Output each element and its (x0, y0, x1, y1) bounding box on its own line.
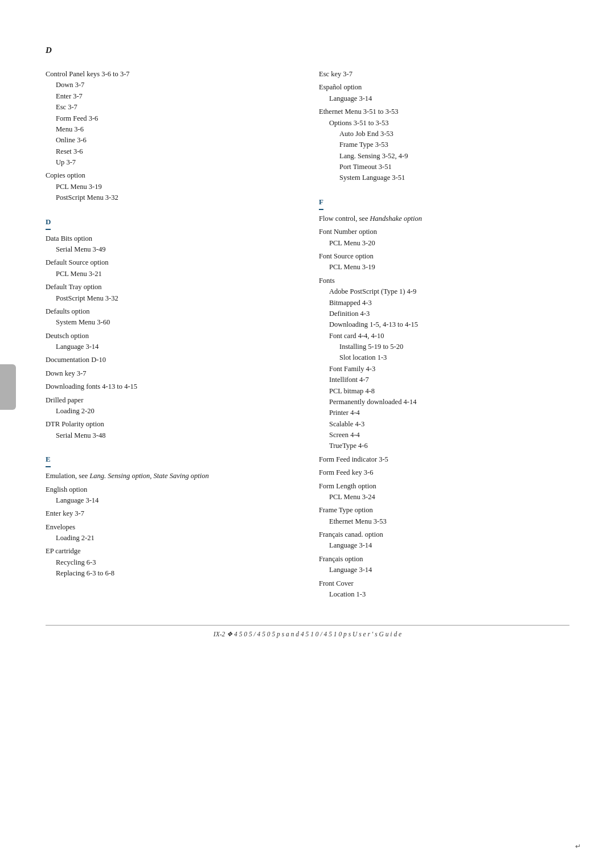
entry-sub: Ethernet Menu 3-53 (329, 516, 569, 527)
entry-title: Down key 3-7 (46, 368, 296, 379)
left-column: Control Panel keys 3-6 to 3-7 Down 3-7 E… (46, 69, 296, 602)
entry-title: Documentation D-10 (46, 355, 296, 365)
entry-sub: Language 3-14 (329, 93, 569, 104)
entry-form-feed-indicator: Form Feed indicator 3-5 (319, 454, 569, 465)
entry-frame-type: Frame Type option Ethernet Menu 3-53 (319, 505, 569, 527)
entry-sub: Font Family 4-3 (329, 364, 569, 375)
entry-down-key: Down key 3-7 (46, 368, 296, 379)
entry-sub: PCL Menu 3-24 (329, 492, 569, 503)
entry-subsub: Lang. Sensing 3-52, 4-9 (339, 151, 569, 162)
entry-control-panel-keys: Control Panel keys 3-6 to 3-7 Down 3-7 E… (46, 69, 296, 168)
entry-sub: PostScript Menu 3-32 (56, 293, 296, 304)
entry-title: Font Number option (319, 227, 569, 237)
entry-subsub: Installing 5-19 to 5-20 (339, 342, 569, 352)
entry-fonts: Fonts Adobe PostScript (Type 1) 4-9 Bitm… (319, 275, 569, 452)
entry-sub: Reset 3-6 (56, 146, 296, 157)
entry-title: Defaults option (46, 306, 296, 317)
entry-font-number: Font Number option PCL Menu 3-20 (319, 227, 569, 249)
entry-sub: Definition 4-3 (329, 308, 569, 319)
entry-sub: Replacing 6-3 to 6-8 (56, 568, 296, 579)
entry-title: Español option (319, 82, 569, 93)
entry-title: Default Source option (46, 257, 296, 268)
entry-english: English option Language 3-14 (46, 484, 296, 507)
entry-sub: Serial Menu 3-49 (56, 244, 296, 255)
entry-sub: Downloading 1-5, 4-13 to 4-15 (329, 319, 569, 330)
entry-sub: Scalable 4-3 (329, 419, 569, 430)
entry-emulation: Emulation, see Lang. Sensing option, Sta… (46, 471, 296, 482)
entry-sub: Intellifont 4-7 (329, 375, 569, 385)
entry-title: Envelopes (46, 522, 296, 533)
section-header-d: D (46, 216, 51, 230)
section-header-f: F (319, 196, 323, 210)
entry-title: Drilled paper (46, 395, 296, 406)
entry-sub: System Menu 3-60 (56, 317, 296, 328)
entry-sub: Location 1-3 (329, 589, 569, 600)
entry-title: Enter key 3-7 (46, 508, 296, 519)
page-corner: ↵ (575, 842, 581, 851)
footer: IX-2 ❖ 4 5 0 5 / 4 5 0 5 p s a n d 4 5 1… (46, 625, 569, 638)
entry-form-length: Form Length option PCL Menu 3-24 (319, 481, 569, 503)
entry-sub: Recycling 6-3 (56, 557, 296, 568)
entry-sub: Menu 3-6 (56, 124, 296, 135)
entry-title: Deutsch option (46, 331, 296, 342)
top-letter: D (46, 46, 569, 55)
entry-title: Font Source option (319, 251, 569, 262)
entry-title: Emulation, see Lang. Sensing option, Sta… (46, 471, 296, 482)
entry-title: Flow control, see Handshake option (319, 213, 569, 224)
two-column-layout: Control Panel keys 3-6 to 3-7 Down 3-7 E… (46, 69, 569, 602)
entry-title: English option (46, 484, 296, 495)
entry-sub: PCL Menu 3-20 (329, 238, 569, 249)
entry-title: Français canad. option (319, 529, 569, 540)
entry-sub: Form Feed 3-6 (56, 113, 296, 124)
entry-title: Frame Type option (319, 505, 569, 516)
entry-subsub: System Language 3-51 (339, 172, 569, 183)
entry-title: DTR Polarity option (46, 419, 296, 430)
entry-default-source: Default Source option PCL Menu 3-21 (46, 257, 296, 279)
entry-sub: Language 3-14 (56, 342, 296, 352)
entry-data-bits: Data Bits option Serial Menu 3-49 (46, 233, 296, 256)
entry-title: Default Tray option (46, 282, 296, 293)
section-header-e: E (46, 454, 51, 467)
entry-envelopes: Envelopes Loading 2-21 (46, 522, 296, 544)
entry-subsub: Frame Type 3-53 (339, 139, 569, 150)
entry-sub: Loading 2-21 (56, 533, 296, 544)
tab-marker (0, 364, 16, 410)
entry-front-cover: Front Cover Location 1-3 (319, 578, 569, 600)
entry-defaults: Defaults option System Menu 3-60 (46, 306, 296, 328)
entry-sub: PostScript Menu 3-32 (56, 192, 296, 203)
entry-downloading-fonts: Downloading fonts 4-13 to 4-15 (46, 381, 296, 392)
entry-subsub: Port Timeout 3-51 (339, 162, 569, 172)
entry-ep-cartridge: EP cartridge Recycling 6-3 Replacing 6-3… (46, 546, 296, 579)
entry-title: Français option (319, 554, 569, 565)
entry-sub: PCL Menu 3-19 (329, 262, 569, 273)
entry-enter-key: Enter key 3-7 (46, 508, 296, 519)
entry-title: Data Bits option (46, 233, 296, 244)
entry-title: Form Feed indicator 3-5 (319, 454, 569, 465)
entry-dtr-polarity: DTR Polarity option Serial Menu 3-48 (46, 419, 296, 441)
entry-title: Downloading fonts 4-13 to 4-15 (46, 381, 296, 392)
entry-drilled-paper: Drilled paper Loading 2-20 (46, 395, 296, 417)
entry-copies-option: Copies option PCL Menu 3-19 PostScript M… (46, 170, 296, 203)
entry-form-feed-key: Form Feed key 3-6 (319, 467, 569, 478)
entry-sub: PCL Menu 3-21 (56, 269, 296, 279)
entry-sub: Printer 4-4 (329, 408, 569, 418)
entry-sub: Esc 3-7 (56, 102, 296, 113)
entry-subsub: Auto Job End 3-53 (339, 129, 569, 139)
entry-sub: Serial Menu 3-48 (56, 430, 296, 441)
page: D Control Panel keys 3-6 to 3-7 Down 3-7… (0, 0, 615, 672)
entry-flow-control: Flow control, see Handshake option (319, 213, 569, 224)
entry-title: Form Feed key 3-6 (319, 467, 569, 478)
entry-sub: Permanently downloaded 4-14 (329, 397, 569, 408)
entry-sub: PCL Menu 3-19 (56, 182, 296, 192)
entry-ethernet-menu: Ethernet Menu 3-51 to 3-53 Options 3-51 … (319, 106, 569, 184)
entry-sub: Adobe PostScript (Type 1) 4-9 (329, 286, 569, 297)
entry-title: Control Panel keys 3-6 to 3-7 (46, 69, 296, 80)
entry-sub: Enter 3-7 (56, 91, 296, 102)
entry-sub: Screen 4-4 (329, 430, 569, 441)
entry-esc-key: Esc key 3-7 (319, 69, 569, 80)
entry-subsub: Slot location 1-3 (339, 352, 569, 363)
entry-sub: Options 3-51 to 3-53 (329, 118, 569, 129)
entry-sub: Language 3-14 (329, 565, 569, 575)
entry-sub: Bitmapped 4-3 (329, 298, 569, 308)
entry-sub: Online 3-6 (56, 135, 296, 146)
